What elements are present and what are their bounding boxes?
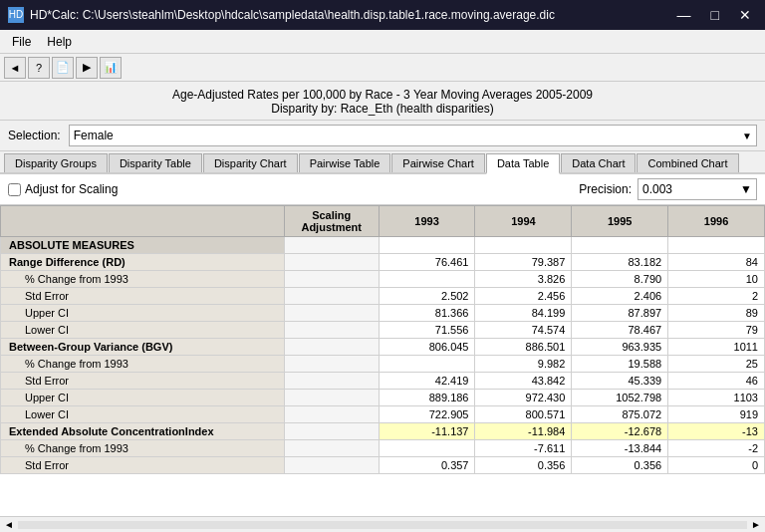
- col-header-scaling: ScalingAdjustment: [284, 206, 379, 237]
- data-cell: 972.430: [475, 390, 572, 406]
- data-cell: 1011: [668, 339, 765, 356]
- maximize-button[interactable]: □: [705, 5, 725, 25]
- options-row: Adjust for Scaling Precision: 0.003 ▼: [0, 174, 765, 205]
- tab-disparity-chart[interactable]: Disparity Chart: [203, 153, 298, 172]
- scaling-cell: [284, 356, 379, 373]
- table-container: ScalingAdjustment 1993 1994 1995 1996 AB…: [0, 205, 765, 516]
- toolbar-open-button[interactable]: 📄: [52, 57, 74, 79]
- row-label-cell: Std Error: [1, 457, 285, 474]
- scaling-cell: [284, 440, 379, 457]
- data-cell: [379, 440, 475, 457]
- row-label-cell: % Change from 1993: [1, 440, 285, 457]
- toolbar-help-button[interactable]: ?: [28, 57, 50, 79]
- data-table: ScalingAdjustment 1993 1994 1995 1996 AB…: [0, 205, 765, 474]
- data-cell: 19.588: [572, 356, 668, 373]
- data-cell: 42.419: [379, 373, 475, 390]
- data-cell: 1052.798: [572, 390, 668, 406]
- data-cell: 963.935: [572, 339, 668, 356]
- data-cell: 81.366: [379, 305, 475, 322]
- data-cell: 78.467: [572, 322, 668, 339]
- data-cell: [475, 237, 572, 254]
- row-label-cell: Between-Group Variance (BGV): [1, 339, 285, 356]
- adjust-scaling-label[interactable]: Adjust for Scaling: [8, 182, 118, 196]
- row-label-cell: Extended Absolute ConcentrationIndex: [1, 423, 285, 440]
- row-label-cell: Upper CI: [1, 390, 285, 406]
- scaling-cell: [284, 271, 379, 288]
- data-cell: -11.984: [475, 423, 572, 440]
- hscroll-right[interactable]: ►: [747, 519, 765, 530]
- col-header-1994: 1994: [475, 206, 572, 237]
- main-content: Age-Adjusted Rates per 100,000 by Race -…: [0, 82, 765, 532]
- scaling-cell: [284, 237, 379, 254]
- data-cell: 886.501: [475, 339, 572, 356]
- data-cell: -13.844: [572, 440, 668, 457]
- data-cell: 83.182: [572, 254, 668, 271]
- data-cell: 806.045: [379, 339, 475, 356]
- toolbar-back-button[interactable]: ◄: [4, 57, 26, 79]
- toolbar-chart-button[interactable]: 📊: [100, 57, 122, 79]
- row-label-cell: ABSOLUTE MEASURES: [1, 237, 285, 254]
- data-cell: 43.842: [475, 373, 572, 390]
- precision-combo[interactable]: 0.003 ▼: [638, 178, 757, 200]
- tab-combined-chart[interactable]: Combined Chart: [637, 153, 738, 172]
- data-cell: 74.574: [475, 322, 572, 339]
- window-title: HD*Calc: C:\Users\steahlm\Desktop\hdcalc…: [30, 8, 555, 22]
- data-cell: -2: [668, 440, 765, 457]
- selection-combo[interactable]: Female ▼: [69, 125, 757, 146]
- table-row: Extended Absolute ConcentrationIndex-11.…: [1, 423, 765, 440]
- tab-pairwise-table[interactable]: Pairwise Table: [299, 153, 391, 172]
- table-wrapper[interactable]: ScalingAdjustment 1993 1994 1995 1996 AB…: [0, 205, 765, 516]
- data-cell: 800.571: [475, 406, 572, 423]
- app-icon: HD: [8, 7, 24, 23]
- table-row: Std Error0.3570.3560.3560: [1, 457, 765, 474]
- table-row: Upper CI81.36684.19987.89789: [1, 305, 765, 322]
- scaling-cell: [284, 339, 379, 356]
- close-button[interactable]: ✕: [733, 5, 757, 25]
- data-cell: 0.356: [475, 457, 572, 474]
- menu-file[interactable]: File: [4, 33, 39, 51]
- toolbar: ◄ ? 📄 ▶ 📊: [0, 54, 765, 82]
- col-header-row: [1, 206, 285, 237]
- data-cell: 919: [668, 406, 765, 423]
- scaling-cell: [284, 457, 379, 474]
- row-label-cell: Upper CI: [1, 305, 285, 322]
- data-cell: -11.137: [379, 423, 475, 440]
- data-cell: 8.790: [572, 271, 668, 288]
- data-cell: 45.339: [572, 373, 668, 390]
- table-row: % Change from 1993-7.611-13.844-2: [1, 440, 765, 457]
- data-cell: 0.356: [572, 457, 668, 474]
- tabs-bar: Disparity Groups Disparity Table Dispari…: [0, 151, 765, 174]
- toolbar-forward-button[interactable]: ▶: [76, 57, 98, 79]
- data-cell: 76.461: [379, 254, 475, 271]
- data-cell: 1103: [668, 390, 765, 406]
- table-row: Upper CI889.186972.4301052.7981103: [1, 390, 765, 406]
- data-cell: 2.502: [379, 288, 475, 305]
- table-row: Lower CI71.55674.57478.46779: [1, 322, 765, 339]
- row-label-cell: Lower CI: [1, 406, 285, 423]
- tab-disparity-groups[interactable]: Disparity Groups: [4, 153, 108, 172]
- adjust-scaling-checkbox[interactable]: [8, 183, 21, 196]
- horizontal-scrollbar[interactable]: ◄ ►: [0, 516, 765, 532]
- tab-data-chart[interactable]: Data Chart: [561, 153, 636, 172]
- data-cell: 71.556: [379, 322, 475, 339]
- tab-data-table[interactable]: Data Table: [486, 153, 560, 174]
- row-label-cell: Std Error: [1, 373, 285, 390]
- data-cell: [379, 271, 475, 288]
- scaling-cell: [284, 406, 379, 423]
- row-label-cell: Lower CI: [1, 322, 285, 339]
- minimize-button[interactable]: —: [671, 5, 697, 25]
- data-cell: 46: [668, 373, 765, 390]
- table-row: Range Difference (RD)76.46179.38783.1828…: [1, 254, 765, 271]
- tab-pairwise-chart[interactable]: Pairwise Chart: [391, 153, 485, 172]
- data-cell: [572, 237, 668, 254]
- menu-bar: File Help: [0, 30, 765, 54]
- tab-disparity-table[interactable]: Disparity Table: [109, 153, 202, 172]
- menu-help[interactable]: Help: [39, 33, 80, 51]
- data-cell: 84.199: [475, 305, 572, 322]
- scaling-cell: [284, 423, 379, 440]
- selection-label: Selection:: [8, 129, 61, 142]
- data-cell: -13: [668, 423, 765, 440]
- hscroll-left[interactable]: ◄: [0, 519, 18, 530]
- scaling-cell: [284, 305, 379, 322]
- data-cell: 87.897: [572, 305, 668, 322]
